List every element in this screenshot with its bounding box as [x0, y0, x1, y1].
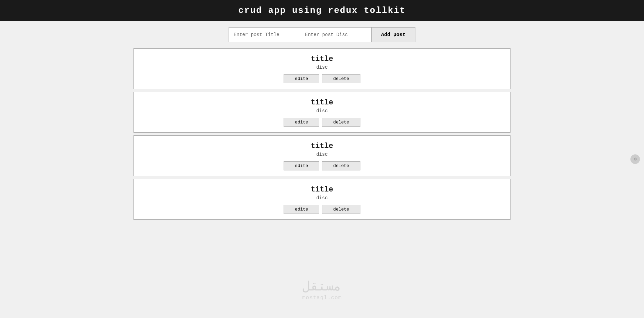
- edite-button[interactable]: edite: [284, 74, 319, 83]
- post-card: title disc edite delete: [133, 135, 511, 176]
- post-card: title disc edite delete: [133, 48, 511, 89]
- delete-button[interactable]: delete: [322, 161, 360, 170]
- post-title: title: [141, 185, 503, 194]
- post-disc: disc: [141, 65, 503, 70]
- edite-button[interactable]: edite: [284, 161, 319, 170]
- post-disc-input[interactable]: [300, 27, 371, 42]
- post-title: title: [141, 98, 503, 107]
- post-disc: disc: [141, 195, 503, 201]
- post-card: title disc edite delete: [133, 92, 511, 133]
- posts-list: title disc edite delete title disc edite…: [133, 48, 511, 222]
- watermark-arabic: مستقل: [302, 279, 342, 295]
- app-header: crud app using redux tollkit: [0, 0, 644, 21]
- add-post-form: Add post: [229, 27, 415, 42]
- watermark: مستقل mostaql.com: [302, 279, 342, 301]
- edite-button[interactable]: edite: [284, 205, 319, 214]
- delete-button[interactable]: delete: [322, 205, 360, 214]
- post-title: title: [141, 55, 503, 63]
- post-actions: edite delete: [141, 205, 503, 214]
- delete-button[interactable]: delete: [322, 74, 360, 83]
- post-title-input[interactable]: [229, 27, 300, 42]
- edite-button[interactable]: edite: [284, 118, 319, 127]
- post-disc: disc: [141, 152, 503, 157]
- post-title: title: [141, 142, 503, 150]
- post-card: title disc edite delete: [133, 179, 511, 220]
- watermark-latin: mostaql.com: [302, 295, 342, 301]
- gear-icon: ⚙: [634, 156, 637, 162]
- delete-button[interactable]: delete: [322, 118, 360, 127]
- post-actions: edite delete: [141, 74, 503, 83]
- app-title: crud app using redux tollkit: [0, 5, 644, 16]
- add-post-button[interactable]: Add post: [371, 27, 415, 42]
- floating-settings-icon[interactable]: ⚙: [630, 154, 640, 164]
- post-actions: edite delete: [141, 161, 503, 170]
- post-disc: disc: [141, 108, 503, 114]
- post-actions: edite delete: [141, 118, 503, 127]
